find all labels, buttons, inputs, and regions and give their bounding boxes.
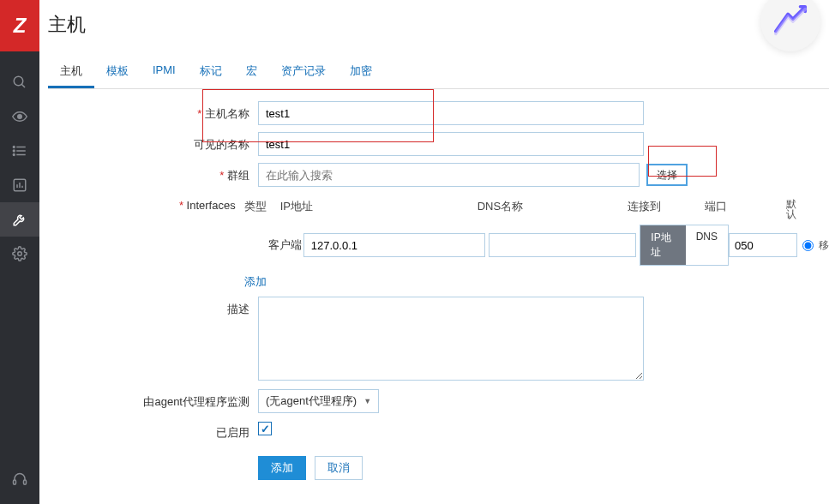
svg-line-1 [21, 84, 25, 87]
cancel-button[interactable]: 取消 [315, 456, 363, 480]
page-title: 主机 [48, 0, 829, 50]
col-type: 类型 [244, 199, 280, 219]
wrench-icon[interactable] [0, 202, 39, 237]
tab-macros[interactable]: 宏 [234, 55, 269, 88]
visible-name-input[interactable] [258, 132, 644, 156]
enabled-label: 已启用 [48, 420, 258, 441]
eye-icon[interactable] [0, 99, 39, 134]
host-name-input[interactable] [258, 101, 644, 125]
list-icon[interactable] [0, 134, 39, 168]
connect-to-toggle[interactable]: IP地址 DNS [640, 225, 729, 266]
svg-point-6 [13, 147, 15, 148]
chart-icon[interactable] [0, 168, 39, 202]
interface-headers: 类型 IP地址 DNS名称 连接到 端口 默认 [244, 194, 829, 219]
select-button[interactable]: 选择 [646, 164, 688, 186]
col-port: 端口 [705, 199, 786, 219]
svg-point-8 [13, 154, 15, 156]
search-icon[interactable] [0, 65, 39, 99]
logo[interactable]: Z [0, 0, 39, 51]
col-connect: 连接到 [628, 199, 705, 219]
groups-input[interactable] [258, 163, 640, 187]
host-name-label: 主机名称 [48, 101, 258, 122]
port-input[interactable] [729, 233, 797, 257]
svg-point-7 [13, 150, 15, 152]
sidebar: Z [0, 0, 39, 504]
enabled-checkbox[interactable] [258, 422, 272, 435]
interface-type-label: 客户端 [244, 237, 303, 253]
monitored-by-dropdown[interactable]: (无agent代理程序) [258, 389, 379, 413]
groups-label: 群组 [48, 163, 258, 183]
tabs: 主机 模板 IPMI 标记 宏 资产记录 加密 [48, 55, 829, 89]
connect-dns[interactable]: DNS [686, 225, 728, 265]
add-button[interactable]: 添加 [258, 456, 306, 480]
tab-inventory[interactable]: 资产记录 [269, 55, 338, 88]
tab-ipmi[interactable]: IPMI [141, 55, 188, 88]
dns-name-input[interactable] [489, 233, 636, 257]
connect-ip[interactable]: IP地址 [640, 225, 685, 265]
col-dns: DNS名称 [478, 199, 628, 219]
tab-tags[interactable]: 标记 [188, 55, 234, 88]
col-ip: IP地址 [280, 199, 478, 219]
visible-name-label: 可见的名称 [48, 132, 258, 153]
tab-encryption[interactable]: 加密 [338, 55, 384, 88]
move-label[interactable]: 移 [819, 238, 829, 253]
svg-point-13 [18, 252, 22, 256]
monitored-by-label: 由agent代理程序监测 [48, 389, 258, 410]
ip-address-input[interactable] [303, 233, 486, 257]
svg-point-0 [14, 76, 23, 86]
host-form: 主机名称 可见的名称 群组 选择 Interfaces 类型 IP地址 DNS名… [48, 89, 829, 480]
gear-icon[interactable] [0, 237, 39, 271]
description-textarea[interactable] [258, 297, 644, 381]
svg-rect-14 [14, 480, 16, 484]
main-content: 主机 主机 模板 IPMI 标记 宏 资产记录 加密 主机名称 可见的名称 群组… [39, 0, 829, 504]
interface-row: 客户端 IP地址 DNS 移 [244, 225, 829, 266]
col-default: 默认 [786, 199, 803, 219]
svg-rect-15 [24, 480, 27, 484]
description-label: 描述 [48, 297, 258, 317]
tab-host[interactable]: 主机 [48, 55, 94, 88]
svg-point-2 [18, 115, 22, 119]
interfaces-label: Interfaces [48, 194, 244, 212]
default-radio[interactable] [802, 240, 814, 251]
add-interface-link[interactable]: 添加 [244, 274, 267, 290]
support-icon[interactable] [0, 463, 39, 497]
tab-template[interactable]: 模板 [94, 55, 141, 88]
nav-icons [0, 65, 39, 271]
